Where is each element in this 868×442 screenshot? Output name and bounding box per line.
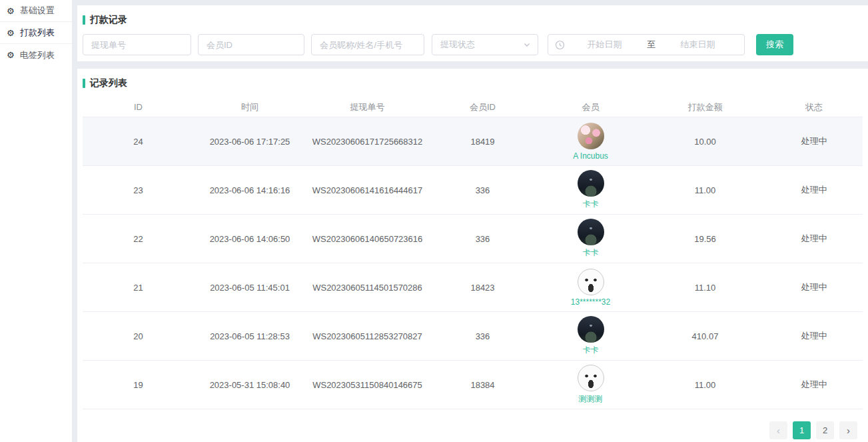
member-cell: 卡卡	[536, 316, 645, 356]
chevron-left-icon: ‹	[777, 425, 780, 435]
select-placeholder: 提现状态	[440, 39, 475, 51]
table-row[interactable]: 19 2023-05-31 15:08:40 WS202305311508401…	[83, 361, 863, 409]
sidebar-item-label: 基础设置	[20, 5, 55, 17]
cell-id: 23	[83, 185, 194, 195]
cell-order-no: WS20230606171725668312	[306, 137, 429, 147]
cell-amount: 11.10	[645, 283, 765, 293]
sidebar-item-payment-list[interactable]: ⚙ 打款列表	[0, 22, 72, 44]
cell-id: 19	[83, 380, 194, 390]
date-separator: 至	[644, 39, 658, 51]
end-date-placeholder: 结束日期	[658, 39, 737, 51]
member-info-input[interactable]	[311, 34, 424, 55]
cell-id: 21	[83, 283, 194, 293]
pagination: ‹ 1 2 ›	[83, 421, 863, 439]
cell-amount: 11.00	[645, 185, 765, 195]
member-cell: 13*******32	[536, 269, 645, 307]
cell-status: 处理中	[765, 233, 863, 245]
panel-title-text: 记录列表	[90, 77, 127, 89]
panel-title-text: 打款记录	[90, 14, 127, 26]
cell-id: 24	[83, 137, 194, 147]
gear-icon: ⚙	[7, 29, 15, 37]
member-name-link[interactable]: 卡卡	[583, 247, 599, 259]
member-name-link[interactable]: 测测测	[579, 393, 603, 405]
sidebar-item-label: 电签列表	[20, 49, 55, 61]
cell-amount: 19.56	[645, 234, 765, 244]
table-row[interactable]: 22 2023-06-06 14:06:50 WS202306061406507…	[83, 215, 863, 263]
start-date-placeholder: 开始日期	[565, 39, 644, 51]
table-row[interactable]: 24 2023-06-06 17:17:25 WS202306061717256…	[83, 117, 863, 166]
cell-order-no: WS20230605114501570286	[306, 283, 429, 293]
col-header-order-no: 提现单号	[306, 101, 429, 113]
cell-status: 处理中	[765, 281, 863, 293]
withdraw-order-no-input[interactable]	[83, 34, 191, 55]
main-content: 打款记录 提现状态 开始日期 至 结束日期 搜索	[77, 0, 868, 442]
col-header-time: 时间	[194, 101, 306, 113]
clock-icon	[555, 40, 565, 50]
col-header-id: ID	[83, 102, 194, 112]
member-avatar	[578, 316, 604, 343]
member-id-input[interactable]	[198, 34, 304, 55]
record-list-panel: 记录列表 ID 时间 提现单号 会员ID 会员 打款金额 状态 24 2023-…	[77, 69, 868, 442]
member-cell: 卡卡	[536, 170, 645, 210]
table-row[interactable]: 20 2023-06-05 11:28:53 WS202306051128532…	[83, 312, 863, 361]
search-button[interactable]: 搜索	[756, 34, 793, 55]
pagination-prev-button[interactable]: ‹	[769, 421, 787, 439]
date-range-picker[interactable]: 开始日期 至 结束日期	[548, 34, 745, 55]
pagination-page-1[interactable]: 1	[793, 421, 811, 439]
member-avatar	[578, 365, 604, 391]
cell-member-id: 18419	[429, 137, 536, 147]
cell-amount: 410.07	[645, 331, 765, 341]
sidebar-item-esign-list[interactable]: ⚙ 电签列表	[0, 44, 72, 66]
payment-records-panel: 打款记录 提现状态 开始日期 至 结束日期 搜索	[77, 5, 868, 61]
member-cell: A Incubus	[536, 123, 645, 161]
member-name-link[interactable]: 卡卡	[583, 199, 599, 210]
col-header-member-id: 会员ID	[429, 101, 536, 113]
member-cell: 卡卡	[536, 219, 645, 259]
chevron-right-icon: ›	[847, 425, 850, 435]
table-row[interactable]: 21 2023-06-05 11:45:01 WS202306051145015…	[83, 263, 863, 312]
cell-order-no: WS20230606140650723616	[306, 234, 429, 244]
filter-row: 提现状态 开始日期 至 结束日期 搜索	[83, 34, 863, 55]
title-accent-bar	[83, 15, 85, 25]
member-avatar	[578, 219, 604, 245]
pagination-next-button[interactable]: ›	[839, 421, 857, 439]
chevron-down-icon	[523, 41, 531, 49]
cell-order-no: WS20230605112853270827	[306, 331, 429, 341]
cell-id: 20	[83, 331, 194, 341]
pagination-page-2[interactable]: 2	[816, 421, 834, 439]
cell-order-no: WS20230606141616444617	[306, 185, 429, 195]
member-name-link[interactable]: 卡卡	[583, 345, 599, 356]
gear-icon: ⚙	[7, 7, 15, 15]
member-avatar	[578, 269, 604, 295]
cell-time: 2023-06-06 14:16:16	[194, 185, 306, 195]
cell-time: 2023-06-06 17:17:25	[194, 137, 306, 147]
cell-time: 2023-06-05 11:45:01	[194, 283, 306, 293]
cell-amount: 10.00	[645, 137, 765, 147]
withdraw-status-select[interactable]: 提现状态	[432, 34, 538, 55]
member-avatar	[578, 170, 604, 197]
panel-title: 打款记录	[83, 14, 863, 26]
cell-order-no: WS20230531150840146675	[306, 380, 429, 390]
records-table: ID 时间 提现单号 会员ID 会员 打款金额 状态 24 2023-06-06…	[83, 97, 863, 409]
member-cell: 测测测	[536, 365, 645, 405]
cell-member-id: 336	[429, 234, 536, 244]
member-name-link[interactable]: 13*******32	[571, 297, 610, 307]
title-accent-bar	[83, 79, 85, 88]
sidebar-item-label: 打款列表	[20, 27, 55, 39]
gear-icon: ⚙	[7, 51, 15, 59]
sidebar-item-basic-settings[interactable]: ⚙ 基础设置	[0, 0, 72, 22]
table-row[interactable]: 23 2023-06-06 14:16:16 WS202306061416164…	[83, 166, 863, 215]
cell-member-id: 336	[429, 331, 536, 341]
cell-id: 22	[83, 234, 194, 244]
sidebar: ⚙ 基础设置 ⚙ 打款列表 ⚙ 电签列表	[0, 0, 72, 442]
cell-member-id: 18423	[429, 283, 536, 293]
col-header-status: 状态	[765, 101, 863, 113]
cell-status: 处理中	[765, 379, 863, 391]
cell-time: 2023-05-31 15:08:40	[194, 380, 306, 390]
cell-member-id: 18384	[429, 380, 536, 390]
member-avatar	[578, 123, 604, 149]
cell-amount: 11.00	[645, 380, 765, 390]
cell-time: 2023-06-05 11:28:53	[194, 331, 306, 341]
col-header-amount: 打款金额	[645, 101, 765, 113]
member-name-link[interactable]: A Incubus	[573, 151, 608, 161]
